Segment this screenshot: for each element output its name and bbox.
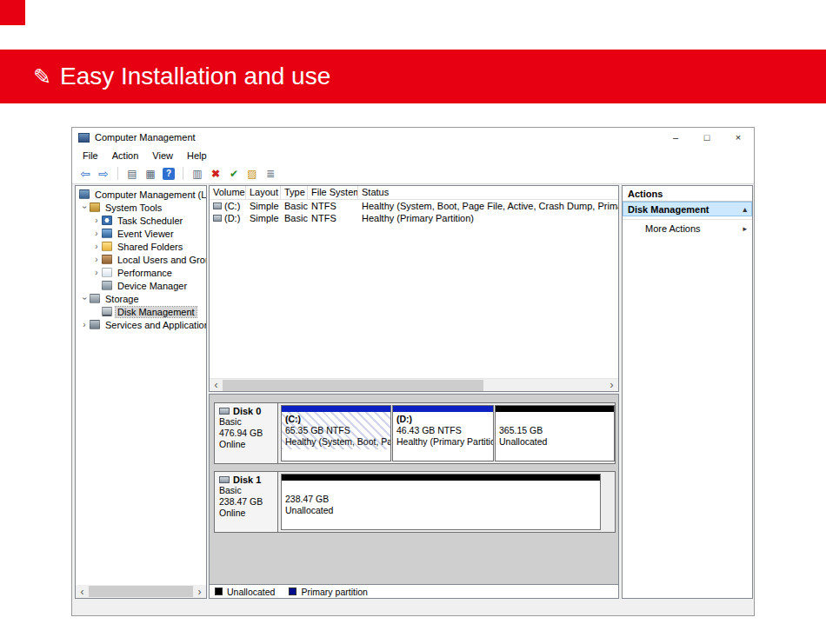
back-icon[interactable]: ⇦ <box>77 166 93 181</box>
file-system-cell: NTFS <box>308 201 358 211</box>
volume-row-c[interactable]: (C:) Simple Basic NTFS Healthy (System, … <box>210 200 618 212</box>
file-system-cell: NTFS <box>308 213 358 223</box>
action-disk-management[interactable]: Disk Management ▴ <box>623 202 752 216</box>
computer-management-icon <box>78 133 90 143</box>
scrollbar-thumb[interactable] <box>223 380 483 391</box>
toolbar: ⇦ ⇨ ▤ ▦ ? ▥ ✖ ✔ ▨ ≣ <box>72 163 754 184</box>
disk1-label[interactable]: Disk 1 Basic 238.47 GB Online <box>215 472 278 532</box>
layout-cell: Simple <box>246 201 281 211</box>
volume-name: (C:) <box>224 201 240 211</box>
status-cell: Healthy (System, Boot, Page File, Active… <box>358 201 618 211</box>
actions-header: Actions <box>623 186 752 202</box>
tree-item-local-users-and-groups[interactable]: › Local Users and Groups <box>76 253 206 266</box>
unallocated-stripe <box>282 475 600 481</box>
disk-status: Online <box>219 508 273 519</box>
menu-view[interactable]: View <box>145 150 180 161</box>
tree-item-task-scheduler[interactable]: › Task Scheduler <box>76 214 206 227</box>
storage-icon <box>90 294 100 303</box>
menu-action[interactable]: Action <box>105 150 146 161</box>
disk0-label[interactable]: Disk 0 Basic 476.94 GB Online <box>215 403 278 463</box>
tree-item-system-tools[interactable]: › System Tools <box>76 201 206 214</box>
volume-icon <box>213 215 222 222</box>
chevron-collapsed-icon[interactable]: › <box>91 229 102 238</box>
toolbar-separator <box>117 167 118 180</box>
check-disk-icon[interactable]: ✔ <box>226 166 242 181</box>
partition-name: (C:) <box>285 414 387 425</box>
scroll-left-icon[interactable]: ‹ <box>76 585 89 598</box>
delete-icon[interactable]: ✖ <box>208 166 223 181</box>
column-volume[interactable]: Volume <box>210 186 246 199</box>
primary-partition-stripe <box>393 406 493 412</box>
chevron-collapsed-icon[interactable]: › <box>91 268 102 277</box>
divider <box>623 219 752 220</box>
disk1-row: Disk 1 Basic 238.47 GB Online 238.47 GB … <box>214 471 616 533</box>
partition-d[interactable]: (D:) 46.43 GB NTFS Healthy (Primary Part… <box>392 405 494 461</box>
legend-unallocated: Unallocated <box>215 587 275 597</box>
column-status[interactable]: Status <box>358 186 618 199</box>
chevron-collapsed-icon[interactable]: › <box>79 320 90 329</box>
volume-list-header: Volume Layout Type File System Status <box>210 186 618 200</box>
disk-size: 238.47 GB <box>219 496 273 508</box>
action-label: More Actions <box>645 223 701 234</box>
volume-list-horizontal-scrollbar[interactable]: ‹ › <box>210 378 618 391</box>
new-partition-icon[interactable]: ▨ <box>244 166 260 181</box>
tree-item-event-viewer[interactable]: › Event Viewer <box>76 227 206 240</box>
chevron-collapsed-icon[interactable]: › <box>91 255 102 264</box>
legend-primary-partition: Primary partition <box>289 587 367 597</box>
partition-c[interactable]: (C:) 65.35 GB NTFS Healthy (System, Boot… <box>281 405 391 461</box>
chevron-collapsed-icon[interactable]: › <box>91 216 102 225</box>
partition-status: Healthy (System, Boot, Pag <box>285 436 387 448</box>
export-list-icon[interactable]: ▦ <box>143 166 158 181</box>
status-cell: Healthy (Primary Partition) <box>358 213 618 223</box>
partition-size: 46.43 GB NTFS <box>396 425 490 436</box>
tree-horizontal-scrollbar[interactable]: ‹ › <box>76 585 206 598</box>
action-more-actions[interactable]: More Actions ▸ <box>623 222 752 236</box>
submenu-arrow-icon: ▸ <box>743 224 747 233</box>
scroll-right-icon[interactable]: › <box>605 379 618 392</box>
unallocated-color-swatch <box>215 588 223 595</box>
details-view-icon[interactable]: ≣ <box>263 166 278 181</box>
menu-file[interactable]: File <box>76 150 105 161</box>
forward-icon[interactable]: ⇨ <box>96 166 111 181</box>
close-button[interactable]: × <box>723 128 754 147</box>
maximize-button[interactable]: □ <box>691 128 723 147</box>
scroll-right-icon[interactable]: › <box>193 585 206 598</box>
legend-label: Primary partition <box>301 587 367 597</box>
tree-item-computer-management[interactable]: Computer Management (Local <box>76 188 206 201</box>
column-layout[interactable]: Layout <box>246 186 281 199</box>
tree-item-storage[interactable]: › Storage <box>76 292 206 305</box>
monitor-icon[interactable]: ▥ <box>190 166 205 181</box>
column-type[interactable]: Type <box>281 186 308 199</box>
chevron-collapsed-icon[interactable]: › <box>91 242 102 251</box>
chevron-expanded-icon[interactable]: › <box>80 202 90 213</box>
chevron-expanded-icon[interactable]: › <box>80 294 90 304</box>
tree-item-shared-folders[interactable]: › Shared Folders <box>76 240 206 253</box>
partition-status: Unallocated <box>285 505 596 516</box>
computer-icon <box>79 189 90 199</box>
disk-name: Disk 0 <box>233 406 261 416</box>
tree-item-performance[interactable]: › Performance <box>76 266 206 279</box>
tree-item-label: Services and Applications <box>103 320 206 330</box>
disk-type: Basic <box>219 485 273 496</box>
scrollbar-thumb[interactable] <box>89 586 193 597</box>
disk-icon <box>219 408 230 415</box>
scroll-left-icon[interactable]: ‹ <box>210 379 223 392</box>
tree-item-label: Event Viewer <box>116 229 176 239</box>
partition-unallocated-disk0[interactable]: 365.15 GB Unallocated <box>495 405 615 461</box>
legend-label: Unallocated <box>227 587 275 597</box>
tree-item-disk-management[interactable]: Disk Management <box>76 305 206 318</box>
console-tree-icon[interactable]: ▤ <box>124 166 140 181</box>
primary-partition-stripe <box>282 406 390 412</box>
column-file-system[interactable]: File System <box>308 186 358 199</box>
shared-folders-icon <box>102 242 112 251</box>
help-icon[interactable]: ? <box>161 166 177 181</box>
tree-item-label: System Tools <box>103 202 163 213</box>
tree-item-services-and-applications[interactable]: › Services and Applications <box>76 318 206 331</box>
minimize-button[interactable]: – <box>660 128 691 147</box>
volume-row-d[interactable]: (D:) Simple Basic NTFS Healthy (Primary … <box>210 212 618 224</box>
action-label: Disk Management <box>628 204 709 215</box>
partition-unallocated-disk1[interactable]: 238.47 GB Unallocated <box>281 474 601 530</box>
collapse-icon[interactable]: ▴ <box>743 205 747 214</box>
tree-item-device-manager[interactable]: Device Manager <box>76 279 206 292</box>
menu-help[interactable]: Help <box>180 150 214 161</box>
